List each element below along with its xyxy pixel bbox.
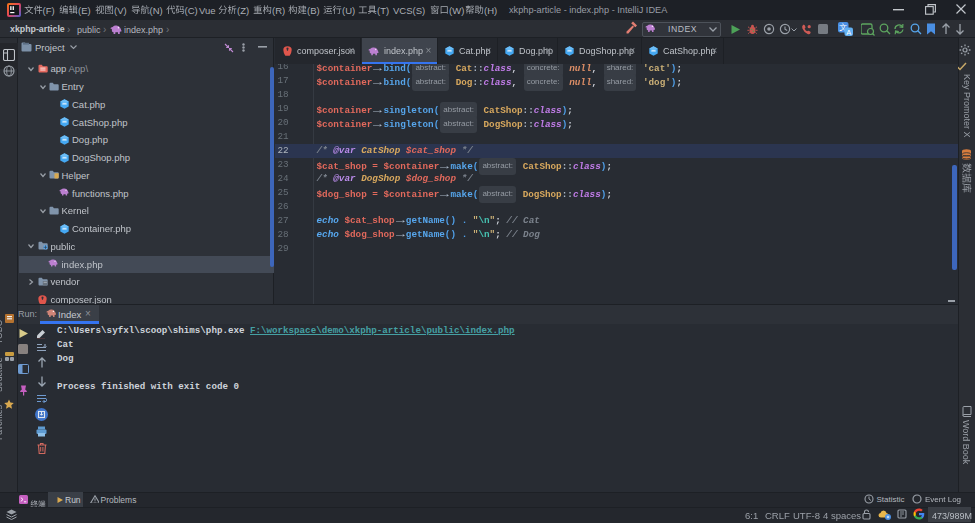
svg-text:A: A: [846, 28, 851, 36]
